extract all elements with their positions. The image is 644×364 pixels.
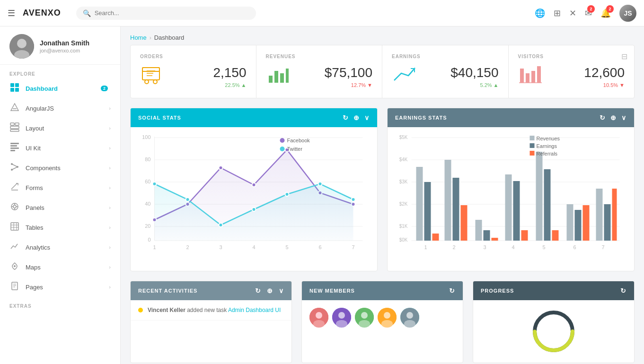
svg-line-22 <box>11 183 17 189</box>
svg-rect-11 <box>10 126 19 129</box>
angularjs-label: AngularJS <box>26 105 109 112</box>
svg-rect-15 <box>10 147 19 149</box>
svg-rect-127 <box>521 230 528 241</box>
svg-rect-128 <box>536 152 543 241</box>
globe-icon[interactable]: 🌐 <box>535 8 545 18</box>
stat-card-visitors: ⊟ VISITORS <box>509 45 635 98</box>
svg-rect-136 <box>612 189 617 241</box>
close-icon[interactable]: ✕ <box>569 8 576 18</box>
progress-actions: ↻ <box>617 287 626 295</box>
orders-label: ORDERS <box>140 54 247 59</box>
visitors-extra-icon[interactable]: ⊟ <box>621 52 627 61</box>
earnings-stats-header: EARNINGS STATS ↻ ⊕ ∨ <box>388 108 634 127</box>
sidebar-item-panels[interactable]: Panels › <box>0 198 120 217</box>
earnings-chevron-icon[interactable]: ∨ <box>621 114 626 121</box>
maps-label: Maps <box>26 264 109 271</box>
members-body <box>302 300 463 334</box>
svg-text:3: 3 <box>219 244 222 250</box>
svg-text:40: 40 <box>145 201 150 207</box>
activities-globe-icon[interactable]: ⊕ <box>267 287 273 295</box>
svg-point-1 <box>17 39 26 48</box>
activities-chevron-icon[interactable]: ∨ <box>279 287 284 295</box>
tables-label: Tables <box>26 224 109 231</box>
earnings-refresh-icon[interactable]: ↻ <box>600 114 606 121</box>
hamburger-icon[interactable]: ☰ <box>8 8 15 18</box>
activities-refresh-icon[interactable]: ↻ <box>255 287 261 295</box>
sidebar-item-components[interactable]: Components › <box>0 158 120 178</box>
svg-text:7: 7 <box>601 244 604 250</box>
svg-rect-137 <box>530 136 535 140</box>
social-stats-card: SOCIAL STATS ↻ ⊕ ∨ 100 <box>130 108 378 271</box>
svg-rect-12 <box>10 130 19 131</box>
member-avatar-4[interactable] <box>378 308 397 327</box>
panels-label: Panels <box>26 204 109 211</box>
sidebar-item-uikit[interactable]: UI Kit › <box>0 138 120 158</box>
recent-activities-header: RECENT ACTIVITIES ↻ ⊕ ∨ <box>131 281 291 300</box>
sidebar-item-pages[interactable]: Pages › <box>0 277 120 297</box>
svg-point-86 <box>153 182 157 186</box>
svg-point-88 <box>219 223 223 227</box>
components-label: Components <box>26 165 109 172</box>
pages-chevron: › <box>109 284 111 290</box>
mail-icon[interactable]: ✉ 2 <box>585 8 592 18</box>
sidebar-item-layout[interactable]: Layout › <box>0 118 120 138</box>
earnings-globe-icon[interactable]: ⊕ <box>610 114 617 121</box>
avatar-img: JS <box>619 5 636 22</box>
analytics-label: Analytics <box>26 244 109 251</box>
svg-text:2: 2 <box>186 244 189 250</box>
breadcrumb-home[interactable]: Home <box>130 34 147 41</box>
social-globe-icon[interactable]: ⊕ <box>353 114 360 121</box>
social-chevron-icon[interactable]: ∨ <box>364 114 370 121</box>
sidebar-item-analytics[interactable]: Analytics › <box>0 237 120 257</box>
apps-icon[interactable]: ⊞ <box>554 8 561 18</box>
search-input[interactable] <box>95 9 249 17</box>
earnings-stats-title: EARNINGS STATS <box>395 115 600 121</box>
sidebar-item-maps[interactable]: Maps › <box>0 257 120 277</box>
tables-chevron: › <box>109 225 111 230</box>
progress-refresh-icon[interactable]: ↻ <box>620 287 626 295</box>
dashboard-icon <box>9 83 20 94</box>
sidebar-item-forms[interactable]: Forms › <box>0 178 120 198</box>
member-avatar-1[interactable] <box>309 308 328 327</box>
sidebar-profile: Jonathan Smith jon@avenxo.com <box>0 26 120 65</box>
svg-rect-129 <box>544 169 551 241</box>
breadcrumb-current: Dashboard <box>154 34 185 41</box>
layout-chevron: › <box>109 125 111 131</box>
svg-point-92 <box>352 198 355 201</box>
sidebar-item-dashboard[interactable]: Dashboard 2 <box>0 78 120 98</box>
svg-text:$5K: $5K <box>399 135 408 140</box>
svg-text:4: 4 <box>252 244 255 250</box>
new-members-title: NEW MEMBERS <box>309 288 445 294</box>
svg-point-35 <box>14 265 16 267</box>
activity-link[interactable]: Admin Dashboard UI <box>228 307 281 313</box>
svg-rect-120 <box>453 178 459 241</box>
new-members-actions: ↻ <box>445 287 455 295</box>
sidebar-item-angularjs[interactable]: AngularJS › <box>0 98 120 118</box>
member-avatar-5[interactable] <box>400 308 419 327</box>
analytics-icon <box>9 242 20 252</box>
activity-action: added new task <box>187 307 228 313</box>
search-bar[interactable]: 🔍 <box>76 7 256 20</box>
layout-icon <box>9 123 20 133</box>
svg-rect-4 <box>15 83 19 87</box>
sidebar-item-tables[interactable]: Tables › <box>0 217 120 237</box>
panels-chevron: › <box>109 205 111 210</box>
uikit-chevron: › <box>109 145 111 151</box>
svg-point-81 <box>252 183 256 187</box>
dashboard-badge: 2 <box>101 86 108 91</box>
orders-value: 2,150 <box>213 65 246 80</box>
profile-email: jon@avenxo.com <box>40 48 89 53</box>
member-avatar-3[interactable] <box>355 308 374 327</box>
user-avatar[interactable]: JS <box>619 5 636 22</box>
progress-card: PROGRESS ↻ <box>473 281 635 363</box>
svg-text:Revenues: Revenues <box>537 136 560 141</box>
bell-icon[interactable]: 🔔 2 <box>600 8 611 18</box>
svg-rect-13 <box>10 143 19 144</box>
svg-rect-135 <box>604 204 611 241</box>
member-avatar-2[interactable] <box>332 308 351 327</box>
svg-point-80 <box>219 166 223 170</box>
social-refresh-icon[interactable]: ↻ <box>343 114 349 121</box>
svg-text:100: 100 <box>142 134 150 140</box>
svg-text:4: 4 <box>512 244 514 250</box>
members-refresh-icon[interactable]: ↻ <box>449 287 455 295</box>
